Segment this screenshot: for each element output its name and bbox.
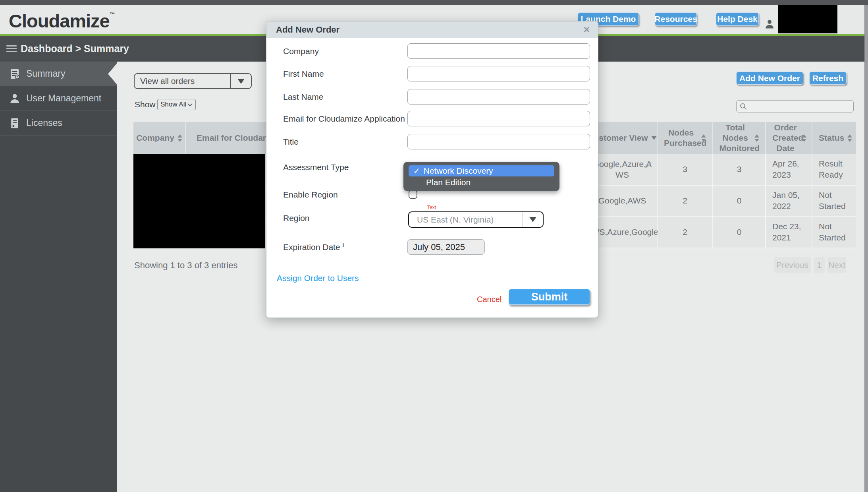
region-value: US East (N. Virginia) — [417, 215, 523, 225]
user-icon — [764, 19, 775, 30]
chevron-down-icon — [187, 101, 193, 107]
show-label: Show — [135, 100, 156, 109]
title-field[interactable] — [407, 134, 590, 149]
show-entries-select[interactable]: Show All — [157, 99, 196, 110]
sort-icon — [802, 134, 806, 142]
sidebar-item-summary[interactable]: Summary — [0, 62, 117, 86]
sidebar-item-licenses[interactable]: Licenses — [0, 111, 117, 136]
cell-order-created: Apr 26, 2023 — [766, 154, 812, 186]
sort-icon — [754, 134, 759, 142]
last-name-label: Last Name — [283, 92, 324, 102]
modal-header: Add New Order ✕ — [266, 21, 598, 38]
sidebar-item-label: Licenses — [26, 118, 62, 128]
email-label: Email for Cloudamize Application — [283, 114, 405, 124]
expiration-date-label: Expiration Date i — [283, 242, 344, 252]
edit-pencil-icon[interactable] — [644, 161, 652, 169]
page-1-button[interactable]: 1 — [814, 257, 825, 273]
enable-region-checkbox[interactable] — [409, 190, 417, 199]
refresh-button[interactable]: Refresh — [809, 72, 847, 85]
cloudamize-logo: Cloudamize™ — [9, 10, 115, 32]
search-icon — [739, 103, 747, 110]
search-input[interactable] — [747, 101, 853, 112]
enable-region-label: Enable Region — [283, 190, 338, 200]
column-header-nodes-purchased[interactable]: Nodes Purchased — [658, 122, 713, 154]
close-icon[interactable]: ✕ — [583, 25, 590, 35]
last-name-field[interactable] — [407, 89, 590, 105]
region-hint-text: Text — [427, 205, 436, 210]
option-plan-edition[interactable]: Plan Edition — [409, 176, 554, 188]
redacted-username — [778, 5, 837, 33]
sidebar: Summary User Management Licenses — [0, 62, 117, 492]
expiration-date-field[interactable] — [407, 239, 485, 255]
breadcrumb: Dashboard > Summary — [21, 43, 129, 54]
first-name-label: First Name — [283, 69, 324, 79]
chevron-down-icon — [529, 217, 536, 222]
sort-desc-icon — [651, 136, 657, 140]
cell-nodes-purchased: 2 — [658, 186, 713, 217]
cell-total-nodes: 0 — [713, 186, 766, 217]
cell-nodes-purchased: 3 — [658, 154, 713, 186]
previous-page-button[interactable]: Previous — [774, 257, 811, 273]
cell-order-created: Jan 05, 2022 — [766, 186, 812, 217]
summary-report-icon — [9, 68, 21, 80]
option-network-discovery[interactable]: ✓ Network Discovery — [409, 165, 554, 176]
cell-status: Not Started — [812, 186, 856, 217]
first-name-field[interactable] — [407, 66, 590, 81]
entries-summary: Showing 1 to 3 of 3 entries — [134, 260, 238, 271]
pagination: Previous 1 Next — [774, 257, 846, 273]
cancel-button[interactable]: Cancel — [477, 295, 502, 304]
region-select[interactable]: US East (N. Virginia) — [408, 211, 544, 228]
browser-top-strip — [0, 0, 868, 5]
region-label: Region — [283, 213, 310, 223]
app-window: Cloudamize™ Launch Demo Resources Help D… — [0, 0, 868, 492]
column-header-total-nodes[interactable]: Total Nodes Monitored — [713, 122, 766, 154]
cell-nodes-purchased: 2 — [658, 217, 713, 248]
info-superscript: i — [342, 242, 344, 248]
sort-icon — [177, 134, 182, 142]
modal-title: Add New Order — [276, 25, 583, 35]
orders-filter-select[interactable]: View all orders — [134, 73, 252, 89]
redacted-table-data — [133, 154, 265, 248]
table-search[interactable] — [736, 100, 854, 112]
sidebar-item-label: User Management — [26, 93, 101, 104]
dropdown-arrow-zone[interactable] — [231, 74, 251, 88]
resources-button[interactable]: Resources — [655, 12, 697, 26]
orders-filter-value: View all orders — [140, 76, 230, 86]
title-label: Title — [283, 137, 299, 147]
licenses-icon — [9, 117, 21, 129]
cell-status: Result Ready — [812, 154, 856, 186]
checkmark-icon: ✓ — [413, 166, 420, 176]
menu-icon[interactable] — [6, 45, 17, 53]
column-header-company[interactable]: Company — [133, 122, 186, 154]
user-management-icon — [9, 93, 21, 105]
next-page-button[interactable]: Next — [827, 257, 846, 273]
add-new-order-modal: Add New Order ✕ Company First Name Last … — [266, 21, 598, 318]
add-new-order-button[interactable]: Add New Order — [736, 72, 803, 85]
dropdown-arrow-zone[interactable] — [523, 212, 543, 227]
company-field[interactable] — [407, 43, 590, 59]
sort-icon — [847, 134, 852, 142]
assessment-type-label: Assessment Type — [283, 163, 349, 172]
cell-total-nodes: 0 — [713, 217, 766, 248]
sidebar-item-label: Summary — [26, 68, 65, 79]
assessment-type-dropdown: ✓ Network Discovery Plan Edition — [403, 162, 559, 191]
sidebar-item-user-management[interactable]: User Management — [0, 86, 117, 111]
company-label: Company — [283, 46, 319, 56]
option-label: Plan Edition — [426, 178, 471, 187]
trademark-symbol: ™ — [110, 11, 115, 17]
cell-status: Not Started — [812, 217, 856, 248]
cell-order-created: Dec 23, 2021 — [766, 217, 812, 248]
help-desk-button[interactable]: Help Desk — [716, 12, 759, 26]
assign-order-link[interactable]: Assign Order to Users — [277, 273, 359, 283]
submit-button[interactable]: Submit — [509, 289, 590, 305]
chevron-down-icon — [237, 79, 245, 84]
column-header-status[interactable]: Status — [812, 122, 856, 154]
sort-icon — [701, 134, 706, 142]
show-entries-value: Show All — [160, 101, 188, 108]
option-label: Network Discovery — [424, 166, 493, 176]
email-field[interactable] — [407, 111, 590, 126]
cell-total-nodes: 3 — [713, 154, 766, 186]
column-header-order-created[interactable]: Order Created Date — [766, 122, 812, 154]
page-scrollbar[interactable] — [864, 5, 868, 492]
